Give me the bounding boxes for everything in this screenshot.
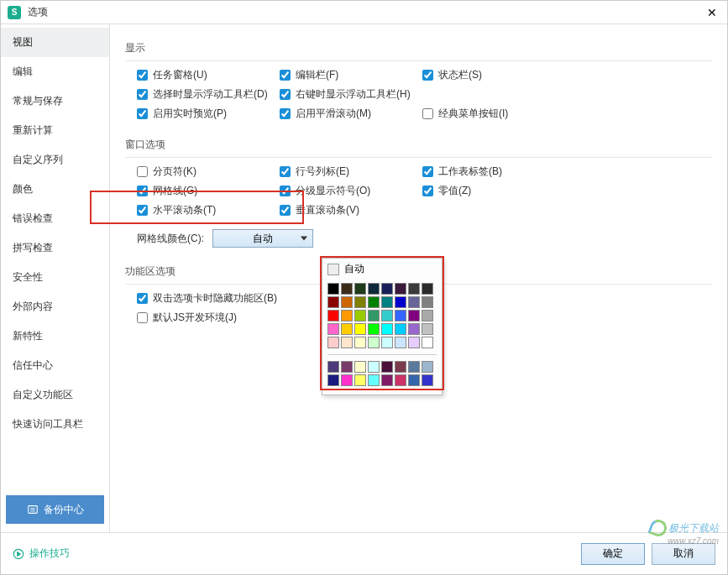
color-swatch[interactable] xyxy=(422,337,433,348)
color-swatch[interactable] xyxy=(341,337,353,348)
color-swatch[interactable] xyxy=(341,374,353,386)
backup-center-button[interactable]: 备份中心 xyxy=(6,495,104,524)
color-swatch[interactable] xyxy=(368,323,380,335)
color-swatch[interactable] xyxy=(422,283,433,295)
sidebar-item-10[interactable]: 新特性 xyxy=(1,321,109,351)
window-checkbox-0[interactable] xyxy=(137,166,148,177)
sidebar-item-9[interactable]: 外部内容 xyxy=(1,292,109,321)
sidebar-item-1[interactable]: 编辑 xyxy=(1,57,109,86)
display-checkbox-1[interactable] xyxy=(280,70,291,81)
color-swatch[interactable] xyxy=(395,337,406,348)
sidebar-item-7[interactable]: 拼写检查 xyxy=(1,233,109,263)
display-checkbox-4[interactable] xyxy=(280,89,291,100)
color-swatch[interactable] xyxy=(368,374,380,386)
color-swatch[interactable] xyxy=(327,283,339,295)
display-checkbox-6[interactable] xyxy=(137,108,148,119)
ok-button[interactable]: 确定 xyxy=(581,543,645,565)
window-option-4[interactable]: 分级显示符号(O) xyxy=(280,184,422,198)
display-checkbox-2[interactable] xyxy=(422,70,433,81)
color-swatch[interactable] xyxy=(381,283,393,295)
window-checkbox-2[interactable] xyxy=(422,166,433,177)
window-checkbox-6[interactable] xyxy=(137,205,148,216)
display-option-3[interactable]: 选择时显示浮动工具栏(D) xyxy=(137,87,280,102)
color-swatch[interactable] xyxy=(395,374,406,386)
gridline-color-combo[interactable]: 自动 xyxy=(212,229,313,248)
color-swatch[interactable] xyxy=(327,361,339,373)
sidebar-item-13[interactable]: 快速访问工具栏 xyxy=(1,410,109,439)
color-swatch[interactable] xyxy=(408,361,420,373)
color-swatch[interactable] xyxy=(408,296,420,308)
cancel-button[interactable]: 取消 xyxy=(652,543,715,565)
display-option-8[interactable]: 经典菜单按钮(I) xyxy=(422,107,565,121)
color-swatch[interactable] xyxy=(408,283,420,295)
display-checkbox-7[interactable] xyxy=(280,108,291,119)
color-swatch[interactable] xyxy=(327,310,339,321)
color-swatch[interactable] xyxy=(368,296,380,308)
color-swatch[interactable] xyxy=(381,374,393,386)
window-checkbox-1[interactable] xyxy=(280,166,291,177)
window-option-2[interactable]: 工作表标签(B) xyxy=(422,165,565,179)
color-swatch[interactable] xyxy=(327,323,339,335)
sidebar-item-12[interactable]: 自定义功能区 xyxy=(1,380,109,410)
window-option-1[interactable]: 行号列标(E) xyxy=(280,165,422,179)
display-option-6[interactable]: 启用实时预览(P) xyxy=(137,107,280,121)
sidebar-item-4[interactable]: 自定义序列 xyxy=(1,145,109,175)
color-swatch[interactable] xyxy=(422,296,433,308)
color-swatch[interactable] xyxy=(408,337,420,348)
display-checkbox-3[interactable] xyxy=(137,89,148,100)
color-swatch[interactable] xyxy=(354,296,366,308)
display-option-2[interactable]: 状态栏(S) xyxy=(422,68,565,82)
color-swatch[interactable] xyxy=(395,283,406,295)
color-swatch[interactable] xyxy=(341,361,353,373)
color-swatch[interactable] xyxy=(354,374,366,386)
color-swatch[interactable] xyxy=(408,323,420,335)
color-swatch[interactable] xyxy=(381,323,393,335)
sidebar-item-11[interactable]: 信任中心 xyxy=(1,351,109,380)
color-swatch[interactable] xyxy=(327,337,339,348)
color-swatch[interactable] xyxy=(368,337,380,348)
color-swatch[interactable] xyxy=(395,296,406,308)
color-swatch[interactable] xyxy=(341,296,353,308)
window-option-7[interactable]: 垂直滚动条(V) xyxy=(280,203,422,217)
color-swatch[interactable] xyxy=(354,283,366,295)
color-swatch[interactable] xyxy=(422,323,433,335)
color-swatch[interactable] xyxy=(381,296,393,308)
color-swatch[interactable] xyxy=(341,323,353,335)
close-icon[interactable]: ✕ xyxy=(704,4,720,21)
color-swatch[interactable] xyxy=(354,323,366,335)
color-swatch[interactable] xyxy=(422,361,433,373)
color-swatch[interactable] xyxy=(327,296,339,308)
display-option-1[interactable]: 编辑栏(F) xyxy=(280,68,422,82)
sidebar-item-3[interactable]: 重新计算 xyxy=(1,116,109,145)
display-option-4[interactable]: 右键时显示浮动工具栏(H) xyxy=(280,87,422,102)
window-checkbox-7[interactable] xyxy=(280,205,291,216)
color-swatch[interactable] xyxy=(381,310,393,321)
window-checkbox-4[interactable] xyxy=(280,186,291,196)
color-swatch[interactable] xyxy=(422,374,433,386)
sidebar-item-5[interactable]: 颜色 xyxy=(1,175,109,204)
window-option-0[interactable]: 分页符(K) xyxy=(137,165,280,179)
color-swatch[interactable] xyxy=(395,323,406,335)
color-swatch[interactable] xyxy=(381,361,393,373)
display-checkbox-8[interactable] xyxy=(422,108,433,119)
display-checkbox-0[interactable] xyxy=(137,70,148,81)
color-swatch[interactable] xyxy=(395,310,406,321)
sidebar-item-2[interactable]: 常规与保存 xyxy=(1,86,109,116)
color-swatch[interactable] xyxy=(395,361,406,373)
window-option-5[interactable]: 零值(Z) xyxy=(422,184,565,198)
window-option-3[interactable]: 网格线(G) xyxy=(137,184,280,198)
color-swatch[interactable] xyxy=(381,337,393,348)
tips-link[interactable]: 操作技巧 xyxy=(13,546,70,561)
display-option-7[interactable]: 启用平滑滚动(M) xyxy=(280,107,422,121)
sidebar-item-0[interactable]: 视图 xyxy=(1,28,109,57)
color-swatch[interactable] xyxy=(354,337,366,348)
color-swatch[interactable] xyxy=(368,283,380,295)
color-swatch[interactable] xyxy=(422,310,433,321)
display-option-0[interactable]: 任务窗格(U) xyxy=(137,68,280,82)
color-auto-option[interactable]: 自动 xyxy=(322,259,442,280)
sidebar-item-6[interactable]: 错误检查 xyxy=(1,204,109,233)
window-option-6[interactable]: 水平滚动条(T) xyxy=(137,203,280,217)
color-swatch[interactable] xyxy=(327,374,339,386)
color-swatch[interactable] xyxy=(354,310,366,321)
color-swatch[interactable] xyxy=(408,374,420,386)
